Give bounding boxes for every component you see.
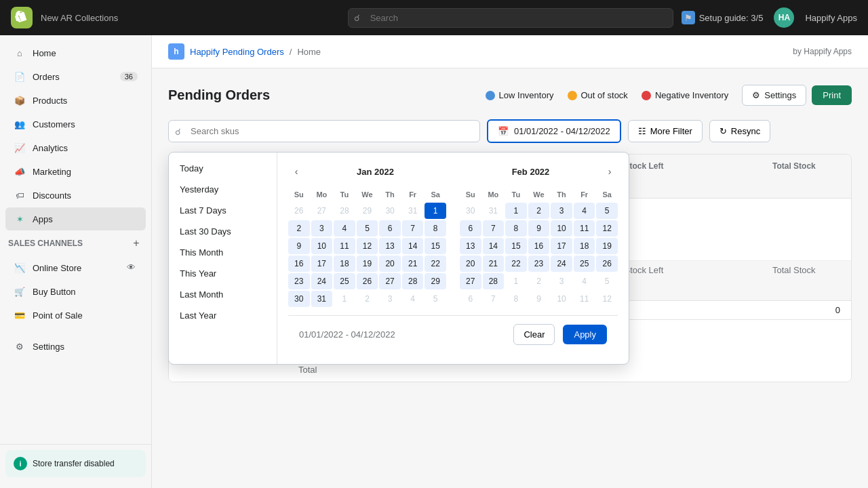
cal-day[interactable]: 5 (596, 273, 618, 289)
setup-guide-button[interactable]: ⚑ Setup guide: 3/5 (682, 11, 764, 24)
quick-opt-last-month[interactable]: Last Month (169, 284, 277, 305)
cal-day[interactable]: 3 (379, 291, 401, 307)
cal-day[interactable]: 2 (528, 273, 550, 289)
cal-day[interactable]: 9 (288, 238, 310, 254)
sidebar-item-marketing[interactable]: 📣 Marketing (5, 160, 146, 183)
cal-day[interactable]: 27 (311, 203, 333, 219)
cal-day[interactable]: 29 (357, 203, 378, 219)
cal-day[interactable]: 6 (379, 220, 401, 237)
sidebar-item-online-store[interactable]: 📉 Online Store 👁 (5, 256, 146, 279)
cal-day[interactable]: 31 (483, 203, 505, 219)
more-filter-button[interactable]: ☷ More Filter (628, 120, 703, 142)
cal-day[interactable]: 21 (483, 256, 505, 272)
cal-day[interactable]: 29 (425, 273, 446, 289)
cal-day[interactable]: 31 (311, 291, 333, 307)
cal-day[interactable]: 15 (505, 238, 527, 254)
cal-day[interactable]: 25 (574, 256, 595, 272)
cal-day[interactable]: 8 (505, 220, 527, 237)
cal-day[interactable]: 12 (357, 238, 378, 254)
cal-day[interactable]: 20 (460, 256, 481, 272)
cal-day[interactable]: 4 (574, 203, 595, 219)
cal-day[interactable]: 16 (288, 256, 310, 272)
resync-button[interactable]: ↻ Resync (709, 120, 770, 142)
cal-day[interactable]: 15 (425, 238, 446, 254)
sidebar-item-home[interactable]: ⌂ Home (5, 41, 146, 64)
sidebar-item-analytics[interactable]: 📈 Analytics (5, 136, 146, 159)
cal-day[interactable]: 13 (460, 238, 481, 254)
cal-day[interactable]: 16 (528, 238, 550, 254)
cal-day[interactable]: 14 (483, 238, 505, 254)
cal-day[interactable]: 1 (505, 273, 527, 289)
next-month-button[interactable]: › (601, 163, 618, 180)
cal-day[interactable]: 19 (357, 256, 378, 272)
cal-day[interactable]: 23 (288, 273, 310, 289)
apply-button[interactable]: Apply (563, 325, 607, 344)
sidebar-item-settings[interactable]: ⚙ Settings (5, 335, 146, 358)
cal-day[interactable]: 31 (402, 203, 424, 219)
cal-day[interactable]: 5 (596, 203, 618, 219)
cal-day[interactable]: 12 (596, 291, 618, 307)
cal-day[interactable]: 11 (334, 238, 355, 254)
cal-day[interactable]: 30 (460, 203, 481, 219)
cal-day[interactable]: 8 (425, 220, 446, 237)
global-search-input[interactable] (348, 8, 673, 28)
cal-day[interactable]: 2 (528, 203, 550, 219)
cal-day[interactable]: 9 (528, 220, 550, 237)
sidebar-item-customers[interactable]: 👥 Customers (5, 113, 146, 136)
cal-day[interactable]: 17 (311, 256, 333, 272)
sidebar-item-orders[interactable]: 📄 Orders 36 (5, 65, 146, 88)
cal-day[interactable]: 3 (551, 273, 572, 289)
date-range-button[interactable]: 📅 01/01/2022 - 04/12/2022 (487, 119, 621, 143)
clear-button[interactable]: Clear (513, 324, 555, 345)
cal-day[interactable]: 22 (505, 256, 527, 272)
quick-opt-last-30-days[interactable]: Last 30 Days (169, 221, 277, 242)
cal-day[interactable]: 1 (334, 291, 355, 307)
cal-day[interactable]: 30 (288, 291, 310, 307)
cal-day[interactable]: 7 (402, 220, 424, 237)
cal-day[interactable]: 7 (483, 291, 505, 307)
cal-day[interactable]: 26 (596, 256, 618, 272)
cal-day[interactable]: 3 (551, 203, 572, 219)
quick-opt-last-7-days[interactable]: Last 7 Days (169, 200, 277, 221)
cal-day[interactable]: 10 (551, 291, 572, 307)
cal-day[interactable]: 26 (288, 203, 310, 219)
cal-day[interactable]: 27 (460, 273, 481, 289)
sidebar-item-apps[interactable]: ✶ Apps (5, 207, 146, 230)
sidebar-item-point-of-sale[interactable]: 💳 Point of Sale (5, 304, 146, 327)
quick-opt-yesterday[interactable]: Yesterday (169, 179, 277, 200)
cal-day[interactable]: 26 (357, 273, 378, 289)
cal-day[interactable]: 2 (357, 291, 378, 307)
cal-day[interactable]: 24 (311, 273, 333, 289)
cal-day[interactable]: 18 (574, 238, 595, 254)
breadcrumb-app-link[interactable]: Happify Pending Orders (190, 47, 284, 57)
cal-day[interactable]: 20 (379, 256, 401, 272)
cal-day[interactable]: 4 (334, 220, 355, 237)
prev-month-button[interactable]: ‹ (288, 163, 304, 180)
cal-day[interactable]: 3 (311, 220, 333, 237)
cal-day[interactable]: 25 (334, 273, 355, 289)
sidebar-item-products[interactable]: 📦 Products (5, 89, 146, 112)
cal-day[interactable]: 24 (551, 256, 572, 272)
cal-day[interactable]: 17 (551, 238, 572, 254)
sidebar-item-buy-button[interactable]: 🛒 Buy Button (5, 280, 146, 303)
cal-day[interactable]: 11 (574, 291, 595, 307)
cal-day[interactable]: 18 (334, 256, 355, 272)
search-skus-input[interactable] (168, 120, 480, 142)
sidebar-item-discounts[interactable]: 🏷 Discounts (5, 184, 146, 207)
cal-day[interactable]: 28 (334, 203, 355, 219)
cal-day[interactable]: 28 (483, 273, 505, 289)
cal-day[interactable]: 23 (528, 256, 550, 272)
print-button[interactable]: Print (812, 85, 852, 105)
cal-day[interactable]: 27 (379, 273, 401, 289)
cal-day[interactable]: 5 (425, 291, 446, 307)
cal-day[interactable]: 4 (402, 291, 424, 307)
settings-button[interactable]: ⚙ Settings (742, 85, 806, 106)
cal-day[interactable]: 19 (596, 238, 618, 254)
quick-opt-last-year[interactable]: Last Year (169, 305, 277, 326)
cal-day[interactable]: 11 (574, 220, 595, 237)
cal-day[interactable]: 14 (402, 238, 424, 254)
quick-opt-this-year[interactable]: This Year (169, 263, 277, 284)
cal-day[interactable]: 9 (528, 291, 550, 307)
cal-day[interactable]: 4 (574, 273, 595, 289)
cal-day[interactable]: 28 (402, 273, 424, 289)
